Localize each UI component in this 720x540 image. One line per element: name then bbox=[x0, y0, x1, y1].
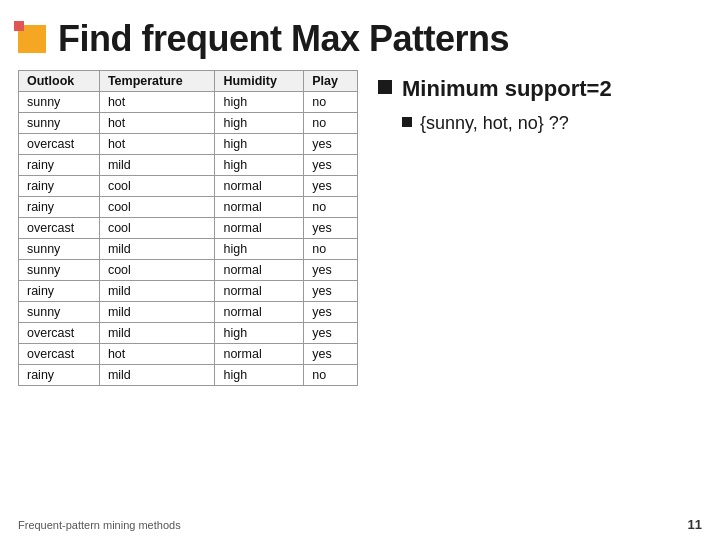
col-header-temperature: Temperature bbox=[99, 71, 215, 92]
table-cell: overcast bbox=[19, 344, 100, 365]
table-area: Outlook Temperature Humidity Play sunnyh… bbox=[18, 70, 358, 386]
table-row: rainymildnormalyes bbox=[19, 281, 358, 302]
table-row: sunnyhothighno bbox=[19, 92, 358, 113]
main-bullet-item: Minimum support=2 bbox=[378, 76, 702, 102]
footer-right-text: 11 bbox=[688, 517, 702, 532]
table-cell: yes bbox=[304, 134, 358, 155]
right-panel: Minimum support=2 {sunny, hot, no} ?? bbox=[378, 70, 702, 386]
table-row: overcasthothighyes bbox=[19, 134, 358, 155]
table-cell: no bbox=[304, 239, 358, 260]
data-table: Outlook Temperature Humidity Play sunnyh… bbox=[18, 70, 358, 386]
table-cell: high bbox=[215, 239, 304, 260]
table-cell: hot bbox=[99, 134, 215, 155]
main-bullet-text: Minimum support=2 bbox=[402, 76, 612, 102]
table-row: sunnymildhighno bbox=[19, 239, 358, 260]
table-cell: no bbox=[304, 92, 358, 113]
table-cell: normal bbox=[215, 344, 304, 365]
table-row: rainymildhighyes bbox=[19, 155, 358, 176]
footer: Frequent-pattern mining methods 11 bbox=[0, 517, 720, 532]
table-cell: no bbox=[304, 197, 358, 218]
table-cell: sunny bbox=[19, 302, 100, 323]
table-cell: overcast bbox=[19, 323, 100, 344]
table-cell: high bbox=[215, 365, 304, 386]
table-cell: normal bbox=[215, 218, 304, 239]
table-cell: mild bbox=[99, 323, 215, 344]
table-cell: rainy bbox=[19, 176, 100, 197]
title-area: Find frequent Max Patterns bbox=[0, 0, 720, 70]
table-cell: sunny bbox=[19, 239, 100, 260]
table-cell: high bbox=[215, 155, 304, 176]
table-cell: mild bbox=[99, 302, 215, 323]
table-row: rainymildhighno bbox=[19, 365, 358, 386]
table-cell: cool bbox=[99, 260, 215, 281]
table-cell: mild bbox=[99, 239, 215, 260]
table-row: rainycoolnormalyes bbox=[19, 176, 358, 197]
table-row: sunnymildnormalyes bbox=[19, 302, 358, 323]
table-cell: mild bbox=[99, 281, 215, 302]
table-cell: mild bbox=[99, 155, 215, 176]
table-header-row: Outlook Temperature Humidity Play bbox=[19, 71, 358, 92]
table-cell: cool bbox=[99, 197, 215, 218]
col-header-outlook: Outlook bbox=[19, 71, 100, 92]
sub-bullet-item: {sunny, hot, no} ?? bbox=[378, 112, 702, 135]
table-cell: sunny bbox=[19, 92, 100, 113]
table-cell: overcast bbox=[19, 134, 100, 155]
table-cell: no bbox=[304, 365, 358, 386]
table-cell: hot bbox=[99, 344, 215, 365]
table-row: rainycoolnormalno bbox=[19, 197, 358, 218]
table-cell: normal bbox=[215, 176, 304, 197]
table-cell: high bbox=[215, 323, 304, 344]
table-cell: mild bbox=[99, 365, 215, 386]
table-cell: rainy bbox=[19, 197, 100, 218]
table-cell: normal bbox=[215, 260, 304, 281]
table-cell: high bbox=[215, 113, 304, 134]
col-header-humidity: Humidity bbox=[215, 71, 304, 92]
title-icon bbox=[18, 25, 46, 53]
table-cell: yes bbox=[304, 302, 358, 323]
footer-left-text: Frequent-pattern mining methods bbox=[18, 519, 181, 531]
table-cell: yes bbox=[304, 323, 358, 344]
table-cell: cool bbox=[99, 176, 215, 197]
table-cell: normal bbox=[215, 302, 304, 323]
table-cell: rainy bbox=[19, 155, 100, 176]
table-cell: no bbox=[304, 113, 358, 134]
table-cell: yes bbox=[304, 344, 358, 365]
table-cell: yes bbox=[304, 281, 358, 302]
table-cell: yes bbox=[304, 155, 358, 176]
table-cell: overcast bbox=[19, 218, 100, 239]
table-cell: sunny bbox=[19, 260, 100, 281]
table-cell: yes bbox=[304, 176, 358, 197]
table-cell: high bbox=[215, 92, 304, 113]
table-cell: yes bbox=[304, 218, 358, 239]
table-cell: sunny bbox=[19, 113, 100, 134]
table-cell: hot bbox=[99, 113, 215, 134]
table-row: overcastmildhighyes bbox=[19, 323, 358, 344]
table-row: overcasthotnormalyes bbox=[19, 344, 358, 365]
table-cell: normal bbox=[215, 197, 304, 218]
main-content: Outlook Temperature Humidity Play sunnyh… bbox=[0, 70, 720, 386]
table-cell: cool bbox=[99, 218, 215, 239]
table-row: sunnycoolnormalyes bbox=[19, 260, 358, 281]
table-cell: high bbox=[215, 134, 304, 155]
table-row: overcastcoolnormalyes bbox=[19, 218, 358, 239]
col-header-play: Play bbox=[304, 71, 358, 92]
table-cell: rainy bbox=[19, 365, 100, 386]
table-cell: yes bbox=[304, 260, 358, 281]
table-row: sunnyhothighno bbox=[19, 113, 358, 134]
page-title: Find frequent Max Patterns bbox=[58, 18, 509, 60]
table-cell: rainy bbox=[19, 281, 100, 302]
table-cell: hot bbox=[99, 92, 215, 113]
bullet-square-icon bbox=[378, 80, 392, 94]
sub-bullet-square-icon bbox=[402, 117, 412, 127]
sub-bullet-text: {sunny, hot, no} ?? bbox=[420, 112, 569, 135]
table-cell: normal bbox=[215, 281, 304, 302]
